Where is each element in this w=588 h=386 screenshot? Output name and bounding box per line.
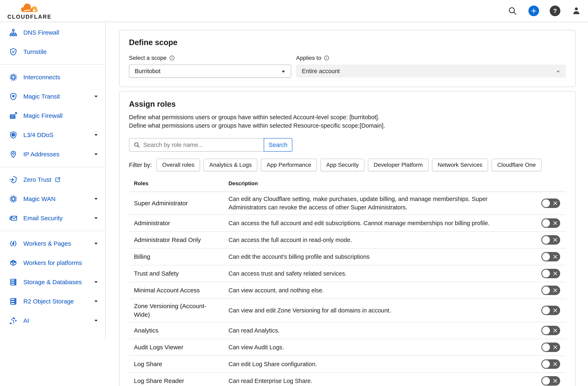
sidebar-item-label: R2 Object Storage — [23, 298, 74, 305]
chevron-down-icon[interactable] — [94, 217, 98, 220]
role-toggle[interactable] — [541, 218, 560, 228]
role-toggle[interactable] — [541, 376, 560, 386]
role-toggle[interactable] — [541, 359, 560, 369]
external-link-icon — [55, 177, 61, 183]
cloudflare-logo[interactable]: CLOUDFLARE — [7, 3, 52, 20]
search-button[interactable]: Search — [264, 138, 292, 152]
role-description: Can access the full account and edit sub… — [229, 219, 531, 227]
applies-to-label: Applies to — [296, 55, 321, 61]
filter-analytics-logs[interactable]: Analytics & Logs — [204, 159, 257, 171]
sidebar-divider — [0, 167, 105, 167]
user-icon — [571, 6, 581, 16]
filter-app-security[interactable]: App Security — [320, 159, 364, 171]
sidebar-divider — [0, 64, 105, 65]
top-header: CLOUDFLARE ? — [0, 0, 588, 22]
assign-roles-title: Assign roles — [129, 100, 566, 109]
chevron-down-icon[interactable] — [94, 134, 98, 136]
filter-cloudflare-one[interactable]: Cloudflare One — [492, 159, 542, 171]
chevron-down-icon[interactable] — [94, 95, 98, 98]
sidebar-item-label: Magic Firewall — [23, 112, 63, 119]
sidebar-item-email-security[interactable]: Email Security — [0, 208, 105, 228]
sidebar-item-r2-object-storage[interactable]: R2 Object Storage — [0, 292, 105, 311]
role-toggle[interactable] — [541, 199, 560, 208]
starburst-icon — [9, 195, 18, 203]
plus-icon — [528, 5, 539, 16]
shield-asterisk-icon — [9, 92, 18, 101]
scope-select[interactable]: Burritobot — [129, 65, 291, 78]
role-description: Can access trust and safety related serv… — [229, 270, 531, 278]
applies-to-select-value: Entire account — [302, 68, 340, 75]
account-button[interactable] — [571, 5, 582, 16]
role-name: Log Share — [134, 360, 229, 368]
define-scope-card: Define scope Select a scope Burritobot — [119, 30, 576, 87]
description-column-header: Description — [229, 180, 531, 187]
filter-overall-roles[interactable]: Overall roles — [156, 159, 200, 171]
role-toggle[interactable] — [541, 342, 560, 352]
role-name: Super Administrator — [134, 199, 229, 207]
roles-table: Roles Description Super Administrator Ca… — [129, 180, 566, 386]
applies-to-select[interactable]: Entire account — [296, 65, 566, 78]
sidebar-item-zero-trust[interactable]: Zero Trust — [0, 170, 105, 189]
role-description: Can view and edit Zone Versioning for al… — [229, 306, 531, 315]
role-toggle[interactable] — [541, 252, 560, 261]
sidebar-item-l34-ddos[interactable]: L3/4 DDoS — [0, 125, 105, 145]
table-row: Analytics Can read Analytics. — [129, 322, 566, 339]
role-toggle[interactable] — [541, 326, 560, 335]
role-description: Can edit Log Share configuration. — [229, 360, 531, 368]
sitemap-icon — [9, 28, 18, 37]
sidebar-item-dns-firewall[interactable]: DNS Firewall — [0, 23, 105, 42]
role-toggle[interactable] — [541, 286, 560, 295]
shield-globe-icon — [9, 131, 18, 139]
filter-network-services[interactable]: Network Services — [432, 159, 488, 171]
sidebar-item-label: Workers for platforms — [23, 259, 82, 266]
sidebar-item-label: L3/4 DDoS — [23, 132, 53, 138]
table-row: Billing Can edit the account's billing p… — [129, 249, 566, 265]
sidebar-item-magic-firewall[interactable]: Magic Firewall — [0, 106, 105, 125]
chevron-down-icon[interactable] — [94, 153, 98, 156]
table-row: Trust and Safety Can access trust and sa… — [129, 265, 566, 282]
role-toggle[interactable] — [541, 269, 560, 278]
sidebar-item-turnstile[interactable]: Turnstile — [0, 42, 105, 62]
role-toggle[interactable] — [541, 306, 560, 315]
role-description: Can edit any Cloudflare setting, make pu… — [229, 195, 531, 212]
role-description: Can read Analytics. — [229, 326, 531, 335]
table-row: Administrator Can access the full accoun… — [129, 215, 566, 232]
role-name: Administrator — [134, 219, 229, 227]
help-button[interactable]: ? — [549, 5, 561, 16]
sidebar-item-ip-addresses[interactable]: IP Addresses — [0, 145, 105, 164]
role-name: Administrator Read Only — [134, 236, 229, 244]
database-stack-icon — [9, 297, 18, 306]
role-description: Can access the full account in read-only… — [229, 236, 531, 244]
role-toggle[interactable] — [541, 235, 560, 245]
chevron-down-icon[interactable] — [94, 281, 98, 284]
caret-down-icon — [556, 68, 560, 75]
envelope-icon — [9, 214, 18, 223]
info-icon[interactable] — [324, 55, 329, 61]
sidebar-item-magic-wan[interactable]: Magic WAN — [0, 189, 105, 208]
role-description: Can view account, and nothing else. — [229, 286, 531, 295]
ai-sparkle-icon — [9, 316, 18, 325]
sidebar-item-ai[interactable]: AI — [0, 311, 105, 330]
sidebar-item-label: Email Security — [23, 215, 63, 222]
workers-bolt-icon — [9, 239, 18, 248]
filter-developer-platform[interactable]: Developer Platform — [368, 159, 428, 171]
sidebar-item-workers-pages[interactable]: Workers & Pages — [0, 234, 105, 253]
search-icon[interactable] — [507, 5, 518, 16]
role-search-input[interactable] — [143, 142, 254, 148]
add-button[interactable] — [528, 5, 539, 16]
sidebar-item-label: DNS Firewall — [23, 29, 59, 36]
role-name: Trust and Safety — [134, 269, 229, 278]
info-icon[interactable] — [169, 55, 175, 61]
main-content: Define scope Select a scope Burritobot — [119, 22, 576, 386]
chevron-down-icon[interactable] — [94, 198, 98, 200]
chevron-down-icon[interactable] — [94, 300, 98, 303]
chevron-down-icon[interactable] — [94, 242, 98, 245]
filter-app-performance[interactable]: App Performance — [261, 159, 317, 171]
sidebar-item-workers-for-platforms[interactable]: Workers for platforms — [0, 253, 105, 272]
logo-wordmark: CLOUDFLARE — [7, 14, 52, 20]
sidebar-item-interconnects[interactable]: Interconnects — [0, 68, 105, 87]
sidebar-item-storage-databases[interactable]: Storage & Databases — [0, 272, 105, 292]
chevron-down-icon[interactable] — [94, 319, 98, 322]
sidebar-item-magic-transit[interactable]: Magic Transit — [0, 87, 105, 106]
search-icon — [133, 142, 140, 148]
